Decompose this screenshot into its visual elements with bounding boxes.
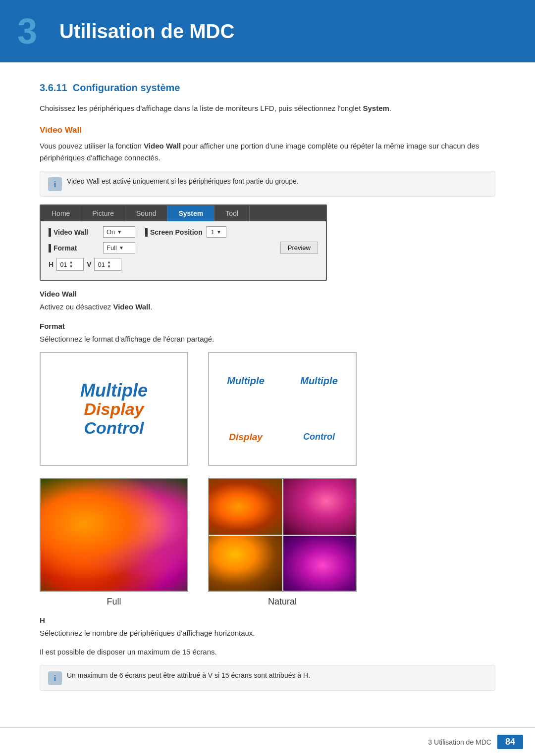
panel-body: ▌Video Wall On ▼ ▌Screen Position 1 ▼ ▌F… [41, 221, 326, 280]
svg-text:i: i [54, 180, 56, 189]
grid-cell-1 [209, 479, 282, 535]
video-wall-description: Vous pouvez utiliser la fonction Video W… [40, 140, 495, 164]
intro-text: Choisissez les périphériques d'affichage… [40, 102, 495, 114]
item-text-format: Sélectionnez le format d'affichage de l'… [40, 333, 495, 345]
tab-system[interactable]: System [167, 205, 214, 221]
h-note-box: i Un maximum de 6 écrans peut être attri… [40, 665, 495, 691]
grid-cell-3 [209, 535, 282, 591]
chapter-title: Utilisation de MDC [59, 20, 234, 43]
full-image-box [40, 478, 188, 592]
item-text-videowall: Activez ou désactivez Video Wall. [40, 301, 495, 313]
video-wall-heading: Video Wall [40, 125, 495, 135]
videowall-select[interactable]: On ▼ [103, 226, 135, 238]
panel-row-hv: H 01 ▲ ▼ V 01 ▲ ▼ [49, 258, 318, 271]
full-caption: Full [107, 597, 121, 607]
tab-sound[interactable]: Sound [125, 205, 167, 221]
screen-position-label: ▌Screen Position [145, 228, 203, 236]
page-footer: 3 Utilisation de MDC 84 [0, 727, 535, 756]
note-icon: i [48, 177, 62, 191]
h-stepper[interactable]: 01 ▲ ▼ [56, 258, 84, 271]
panel-row-format: ▌Format Full ▼ Preview [49, 242, 318, 254]
panel-label-videowall: ▌Video Wall [49, 228, 103, 236]
ui-panel: Home Picture Sound System Tool ▌Video Wa… [40, 204, 327, 281]
panel-row-videowall: ▌Video Wall On ▼ ▌Screen Position 1 ▼ [49, 226, 318, 238]
chapter-number: 3 [17, 13, 37, 49]
natural-image-block: Natural [208, 478, 357, 607]
mdc-natural-block: Multiple Multiple Display Control [208, 352, 357, 466]
mdc-full-text: Multiple Display Control [80, 381, 148, 437]
tab-picture[interactable]: Picture [81, 205, 125, 221]
v-stepper[interactable]: 01 ▲ ▼ [94, 258, 121, 271]
mdc-cell-1: Multiple [209, 353, 282, 409]
svg-text:i: i [54, 674, 56, 683]
mdc-natural-box: Multiple Multiple Display Control [208, 352, 357, 466]
panel-tabs: Home Picture Sound System Tool [41, 205, 326, 221]
item-heading-h: H [40, 616, 495, 624]
item-heading-videowall: Video Wall [40, 290, 495, 298]
videowall-select-arrow: ▼ [117, 229, 122, 235]
screen-position-value[interactable]: 1 ▼ [207, 226, 226, 238]
item-text-h2: Il est possible de disposer un maximum d… [40, 646, 495, 658]
h-note-icon: i [48, 671, 62, 685]
tab-tool[interactable]: Tool [214, 205, 250, 221]
mdc-cell-4: Control [282, 409, 356, 465]
h-label: H [49, 260, 54, 268]
footer-text: 3 Utilisation de MDC [428, 738, 491, 746]
mdc-cell-2: Multiple [282, 353, 356, 409]
note-text: Video Wall est activé uniquement si les … [67, 176, 299, 187]
format-select[interactable]: Full ▼ [103, 242, 135, 253]
mdc-cell-3: Display [209, 409, 282, 465]
mdc-full-block: Multiple Display Control [40, 352, 188, 466]
mdc-text-images: Multiple Display Control Multiple Multip… [40, 352, 495, 466]
item-heading-format: Format [40, 322, 495, 330]
screen-position-section: ▌Screen Position 1 ▼ [145, 226, 230, 238]
full-flower [41, 479, 187, 591]
screen-position-arrow: ▼ [216, 229, 221, 235]
full-image-block: Full [40, 478, 188, 607]
h-note-text: Un maximum de 6 écrans peut être attribu… [67, 670, 310, 681]
grid-cell-2 [282, 479, 356, 535]
v-label: V [87, 260, 91, 268]
item-text-h1: Sélectionnez le nombre de périphériques … [40, 627, 495, 639]
chapter-number-box: 3 [0, 9, 54, 53]
grid-cell-4 [282, 535, 356, 591]
note-box: i Video Wall est activé uniquement si le… [40, 171, 495, 197]
footer-page: 84 [497, 735, 523, 749]
mdc-full-box: Multiple Display Control [40, 352, 188, 466]
display-images: Full Natural [40, 478, 495, 607]
natural-image-box [208, 478, 357, 592]
page-header: 3 Utilisation de MDC [0, 0, 535, 62]
preview-button[interactable]: Preview [280, 242, 318, 254]
natural-caption: Natural [268, 597, 297, 607]
tab-home[interactable]: Home [41, 205, 81, 221]
section-heading: 3.6.11 Configuration système [40, 82, 495, 94]
panel-label-format: ▌Format [49, 244, 103, 252]
format-select-arrow: ▼ [119, 245, 124, 251]
content-area: 3.6.11 Configuration système Choisissez … [0, 62, 535, 728]
